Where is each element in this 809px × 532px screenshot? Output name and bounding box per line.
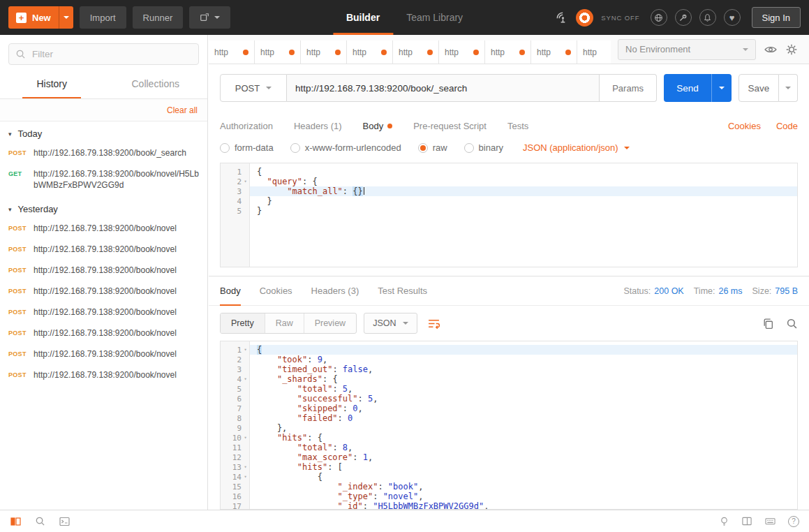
history-item[interactable]: POSThttp://192.168.79.138:9200/book/nove… xyxy=(0,219,207,240)
keyboard-icon[interactable] xyxy=(764,516,776,526)
history-group-header[interactable]: ▾Today xyxy=(0,121,207,144)
copy-icon[interactable] xyxy=(762,318,774,330)
request-section-tab[interactable]: Authorization xyxy=(220,121,273,131)
params-button[interactable]: Params xyxy=(600,74,657,102)
code-line: "query": { xyxy=(250,177,797,186)
body-mode-option[interactable]: x-www-form-urlencoded xyxy=(290,142,401,153)
heart-icon[interactable]: ♥ xyxy=(724,9,741,26)
url-input[interactable] xyxy=(287,74,600,102)
fold-caret-icon[interactable]: ▾ xyxy=(242,474,249,480)
view-option[interactable]: Preview xyxy=(304,313,356,333)
history-item[interactable]: POSThttp://192.168.79.138:9200/book/nove… xyxy=(0,240,207,261)
request-tab[interactable]: http xyxy=(255,40,301,64)
response-tab[interactable]: Test Results xyxy=(378,276,427,305)
body-mode-option[interactable]: form-data xyxy=(220,142,274,153)
response-tab[interactable]: Body xyxy=(220,276,241,305)
request-tab[interactable]: http xyxy=(347,40,393,64)
history-item[interactable]: POSThttp://192.168.79.138:9200/book/nove… xyxy=(0,303,207,324)
response-tab[interactable]: Headers (3) xyxy=(311,276,359,305)
request-section-tab[interactable]: Body xyxy=(363,121,393,131)
split-pane-icon[interactable] xyxy=(741,516,752,526)
footer-search-icon[interactable] xyxy=(35,516,45,526)
code-token: 0 xyxy=(348,413,352,423)
code-token: "H5LbbWMBzFxBPWV2GG9d" xyxy=(373,501,484,509)
history-item[interactable]: GEThttp://192.168.79.138:9200/book/novel… xyxy=(0,165,207,197)
response-tab[interactable]: Cookies xyxy=(260,276,292,305)
fold-caret-icon[interactable]: ▾ xyxy=(242,464,249,470)
method-select[interactable]: POST xyxy=(220,74,287,102)
history-group-header[interactable]: ▾Yesterday xyxy=(0,197,207,219)
request-tab[interactable]: http xyxy=(439,40,485,64)
body-mode-option[interactable]: raw xyxy=(418,142,447,153)
response-body-editor[interactable]: 1▾234▾5678910▾111213▾14▾151617 { "took":… xyxy=(220,341,798,510)
new-dropdown-caret[interactable] xyxy=(59,6,73,29)
history-item[interactable]: POSThttp://192.168.79.138:9200/book/nove… xyxy=(0,261,207,282)
console-icon[interactable] xyxy=(59,516,70,527)
bell-icon[interactable] xyxy=(699,9,716,26)
format-select[interactable]: JSON xyxy=(364,313,417,334)
new-window-button[interactable] xyxy=(189,6,230,29)
save-button[interactable]: Save xyxy=(739,74,779,102)
runner-button[interactable]: Runner xyxy=(133,6,184,29)
fold-caret-icon[interactable]: ▾ xyxy=(242,179,249,184)
request-tab[interactable]: http xyxy=(209,40,255,64)
filter-input[interactable] xyxy=(8,43,199,65)
clear-all-link[interactable]: Clear all xyxy=(167,105,198,115)
history-item[interactable]: POSThttp://192.168.79.138:9200/book/nove… xyxy=(0,366,207,387)
code-token xyxy=(257,384,297,394)
fold-caret-icon[interactable]: ▾ xyxy=(242,347,249,353)
code-token: { xyxy=(257,472,322,482)
code-token xyxy=(257,443,297,452)
history-item[interactable]: POSThttp://192.168.79.138:9200/book/_sea… xyxy=(0,144,207,165)
request-section-tab[interactable]: Tests xyxy=(507,121,528,131)
history-item[interactable]: POSThttp://192.168.79.138:9200/book/nove… xyxy=(0,282,207,303)
code-link[interactable]: Code xyxy=(776,121,798,131)
send-button[interactable]: Send xyxy=(664,74,711,102)
content-type-select[interactable]: JSON (application/json) xyxy=(523,142,630,153)
code-token xyxy=(257,433,277,443)
code-token: "_shards" xyxy=(277,374,322,384)
wrench-icon[interactable] xyxy=(675,9,692,26)
antenna-icon[interactable] xyxy=(556,11,568,24)
request-tab[interactable]: http xyxy=(577,40,611,64)
request-body-editor[interactable]: 12▾345 { "query": { "match_all": {} }} xyxy=(220,163,798,267)
globe-icon[interactable] xyxy=(651,9,667,26)
tab-team-library[interactable]: Team Library xyxy=(393,0,476,35)
history-item[interactable]: POSThttp://192.168.79.138:9200/book/nove… xyxy=(0,324,207,345)
request-section-tab[interactable]: Headers (1) xyxy=(294,121,342,131)
send-dropdown-caret[interactable] xyxy=(711,74,732,102)
request-section-tab[interactable]: Pre-request Script xyxy=(413,121,487,131)
code-token: : xyxy=(352,452,362,462)
line-number: 5 xyxy=(221,206,249,216)
save-dropdown-caret[interactable] xyxy=(779,74,798,102)
help-icon[interactable]: ? xyxy=(788,516,799,527)
line-number-text: 12 xyxy=(232,453,242,462)
cookies-link[interactable]: Cookies xyxy=(728,121,761,131)
request-tab[interactable]: http xyxy=(393,40,439,64)
new-button[interactable]: + New xyxy=(8,6,59,29)
tab-builder[interactable]: Builder xyxy=(333,0,393,35)
main-panel: httphttphttphttphttphttphttphttphttp No … xyxy=(209,35,809,510)
signin-button[interactable]: Sign In xyxy=(752,7,801,28)
view-option[interactable]: Pretty xyxy=(221,313,265,333)
gear-icon[interactable] xyxy=(785,43,798,56)
search-response-icon[interactable] xyxy=(786,318,798,330)
body-mode-option[interactable]: binary xyxy=(464,142,503,153)
view-option[interactable]: Raw xyxy=(265,313,304,333)
eye-icon[interactable] xyxy=(764,43,777,56)
tab-collections[interactable]: Collections xyxy=(104,72,208,98)
import-button[interactable]: Import xyxy=(80,6,126,29)
fold-caret-icon[interactable]: ▾ xyxy=(242,376,249,382)
bulb-icon[interactable] xyxy=(719,516,729,527)
request-tab[interactable]: http xyxy=(485,40,531,64)
fold-caret-icon[interactable]: ▾ xyxy=(242,435,249,441)
history-item[interactable]: POSThttp://192.168.79.138:9200/book/nove… xyxy=(0,345,207,366)
code-token: , xyxy=(358,404,363,413)
code-line: "timed_out": false, xyxy=(250,364,797,374)
tab-history[interactable]: History xyxy=(0,72,104,98)
request-tab[interactable]: http xyxy=(531,40,577,64)
wrap-text-icon[interactable] xyxy=(427,318,440,330)
sidebar-toggle-icon[interactable] xyxy=(10,516,22,527)
request-tab[interactable]: http xyxy=(301,40,347,64)
environment-select[interactable]: No Environment xyxy=(618,39,756,60)
